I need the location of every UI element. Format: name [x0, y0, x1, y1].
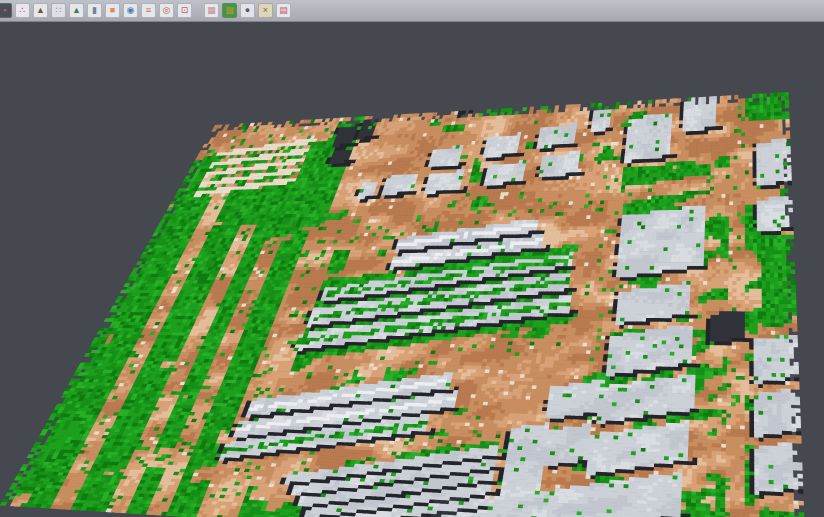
column-view-icon[interactable]: ▮: [87, 3, 102, 18]
selection-dark-icon[interactable]: ▪: [0, 3, 12, 18]
terrain-green-icon[interactable]: ▲: [69, 3, 84, 18]
toolbar: ▪∴▲∷▲▮■◉≡◎⊡▦▩●×▤: [0, 0, 824, 22]
ortho-image-icon[interactable]: ■: [105, 3, 120, 18]
fit-points-icon[interactable]: ∴: [15, 3, 30, 18]
grid-select-icon[interactable]: ▦: [204, 3, 219, 18]
app-window: ▪∴▲∷▲▮■◉≡◎⊡▦▩●×▤: [0, 0, 824, 517]
globe-3d-icon[interactable]: ◉: [123, 3, 138, 18]
classified-map-icon[interactable]: ▩: [222, 3, 237, 18]
snapshot-icon[interactable]: ●: [240, 3, 255, 18]
flag-layers-icon[interactable]: ▤: [276, 3, 291, 18]
profile-lines-icon[interactable]: ≡: [141, 3, 156, 18]
zoom-extent-icon[interactable]: ⊡: [177, 3, 192, 18]
render-circle-icon[interactable]: ◎: [159, 3, 174, 18]
points-gray-icon[interactable]: ∷: [51, 3, 66, 18]
export-marks-icon[interactable]: ×: [258, 3, 273, 18]
terrain-brown-icon[interactable]: ▲: [33, 3, 48, 18]
viewport-3d[interactable]: [0, 22, 824, 517]
